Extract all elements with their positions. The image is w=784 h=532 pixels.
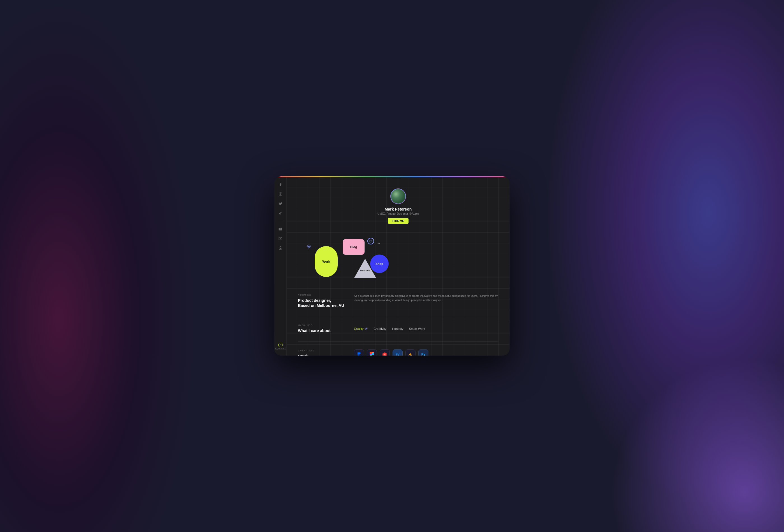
profile-name: Mark Peterson bbox=[385, 207, 412, 212]
about-me-title: Product designer,Based on Melbourne, AU bbox=[298, 298, 348, 308]
values-label: MY VALUES bbox=[298, 324, 348, 327]
tools-list: W Ai Ps bbox=[354, 349, 498, 356]
profile-title: UI/UX, Product Designer @Apple bbox=[377, 212, 419, 215]
tools-label: DAILY TOOLS bbox=[298, 349, 348, 352]
whatsapp-icon[interactable] bbox=[278, 245, 283, 251]
value-quality[interactable]: Quality ✳ bbox=[354, 327, 368, 331]
values-list: Quality ✳ Creativity Honesty Smart Work bbox=[354, 324, 498, 333]
avatar bbox=[390, 189, 406, 204]
tool-word[interactable]: W bbox=[393, 349, 403, 356]
tools-left: DAILY TOOLS Stack bbox=[298, 349, 348, 356]
value-creativity[interactable]: Creativity bbox=[373, 327, 386, 330]
values-section: MY VALUES What I care about Quality ✳ Cr… bbox=[298, 324, 498, 341]
buy-me-coffee-sidebar[interactable]: + Buy Me Coffee bbox=[274, 343, 287, 350]
value-active-indicator: ✳ bbox=[365, 327, 368, 331]
about-me-left: ABOUT ME Product designer,Based on Melbo… bbox=[298, 294, 348, 308]
blog-nav-button[interactable]: Blog bbox=[343, 239, 365, 255]
svg-point-6 bbox=[372, 353, 374, 355]
tool-spline[interactable] bbox=[380, 349, 390, 356]
tools-section: DAILY TOOLS Stack bbox=[298, 349, 498, 356]
svg-point-1 bbox=[280, 194, 281, 195]
main-content: Mark Peterson UI/UX, Product Designer @A… bbox=[287, 177, 510, 356]
about-me-label: ABOUT ME bbox=[298, 294, 348, 296]
avatar-image bbox=[391, 189, 405, 203]
bmc-sidebar-icon: + bbox=[278, 343, 283, 347]
tool-photoshop[interactable]: Ps bbox=[418, 349, 428, 356]
tool-framer[interactable] bbox=[354, 349, 364, 356]
sidebar-divider bbox=[278, 221, 283, 221]
svg-point-2 bbox=[281, 193, 281, 194]
twitter-icon[interactable] bbox=[278, 201, 283, 206]
ps-icon-letter: Ps bbox=[421, 353, 426, 356]
top-rainbow-bar bbox=[274, 176, 510, 177]
word-icon-letter: W bbox=[395, 352, 400, 356]
profile-section: Mark Peterson UI/UX, Product Designer @A… bbox=[298, 183, 498, 224]
bg-gradient-right bbox=[532, 0, 784, 532]
svg-point-9 bbox=[384, 354, 386, 355]
hire-me-button[interactable]: HIRE ME bbox=[388, 218, 408, 224]
value-honesty[interactable]: Honesty bbox=[392, 327, 403, 330]
nav-shapes-area: ✳ Work Blog → Resume Sh bbox=[298, 235, 498, 285]
arrow-decoration: → bbox=[377, 241, 381, 246]
about-me-description: As a product designer, my primary object… bbox=[354, 294, 498, 308]
values-left: MY VALUES What I care about bbox=[298, 324, 348, 333]
shop-nav-button[interactable]: Shop bbox=[370, 254, 389, 273]
value-quality-label: Quality bbox=[354, 327, 363, 330]
sidebar: + Buy Me Coffee bbox=[274, 177, 287, 356]
facebook-icon[interactable] bbox=[278, 182, 283, 187]
tiktok-icon[interactable] bbox=[278, 210, 283, 216]
tools-title: Stack bbox=[298, 354, 348, 356]
about-me-section: ABOUT ME Product designer,Based on Melbo… bbox=[298, 294, 498, 316]
email-icon[interactable] bbox=[278, 236, 283, 241]
youtube-icon[interactable] bbox=[278, 226, 283, 232]
tool-illustrator[interactable]: Ai bbox=[405, 349, 416, 356]
bg-gradient-bottom-right bbox=[588, 336, 784, 532]
svg-rect-0 bbox=[279, 193, 282, 195]
value-smart-work[interactable]: Smart Work bbox=[409, 327, 425, 330]
tool-figma[interactable] bbox=[367, 349, 377, 356]
bg-gradient-left bbox=[0, 0, 196, 532]
ai-icon-letter: Ai bbox=[409, 352, 413, 356]
values-title: What I care about bbox=[298, 328, 348, 333]
clock-icon bbox=[367, 238, 374, 245]
work-nav-button[interactable]: Work bbox=[315, 246, 338, 277]
tablet-container: + Buy Me Coffee Mark Peterson UI/UX, Pro… bbox=[274, 176, 510, 356]
asterisk-decoration: ✳ bbox=[306, 243, 311, 251]
instagram-icon[interactable] bbox=[278, 191, 283, 197]
bmc-sidebar-label: Buy Me Coffee bbox=[275, 348, 286, 350]
